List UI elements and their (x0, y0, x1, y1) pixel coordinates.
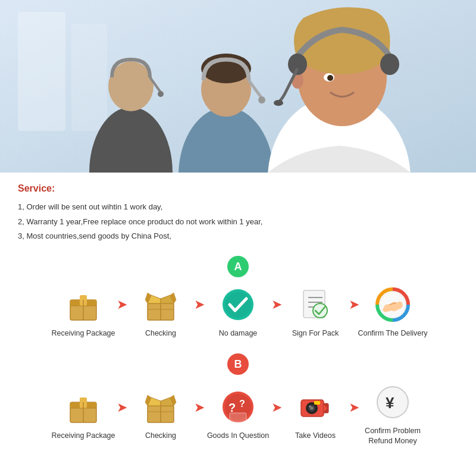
badge-b: B (227, 353, 249, 375)
flow-a-step-5: Confirm The Delivery (357, 284, 428, 338)
svg-rect-1 (18, 12, 65, 131)
svg-point-11 (258, 96, 265, 104)
service-section: Service: 1, Order will be sent out wihti… (0, 173, 476, 250)
svg-point-17 (380, 54, 399, 75)
sign-for-pack-icon (295, 284, 336, 325)
flow-b-section: B Receiving Package ➤ (0, 347, 476, 446)
svg-point-18 (274, 100, 283, 106)
service-item-3: 3, Most countries,send goods by China Po… (18, 229, 458, 244)
flow-b-step-3: ? ? Goods In Question (202, 387, 274, 440)
svg-text:¥: ¥ (386, 394, 394, 412)
svg-point-20 (327, 75, 333, 81)
receiving-package-icon-a (63, 284, 104, 325)
flow-a-label-2: Checking (145, 328, 176, 338)
service-item-1: 1, Order will be sent out wihtin 1 work … (18, 200, 458, 215)
svg-rect-57 (314, 401, 320, 405)
flow-a-step-2: Checking (125, 284, 196, 338)
flow-b-step-1: Receiving Package (48, 387, 119, 440)
checking-icon-b (140, 387, 181, 427)
service-list: 1, Order will be sent out wihtin 1 work … (18, 200, 458, 244)
service-item-2: 2, Warranty 1 year,Free replace once pro… (18, 215, 458, 230)
checking-icon-a (140, 284, 181, 325)
flow-b-label-5: Confirm Problem Refund Money (365, 426, 421, 446)
svg-point-6 (158, 91, 164, 97)
svg-point-56 (309, 406, 311, 408)
svg-point-16 (288, 54, 307, 75)
svg-text:?: ? (228, 401, 236, 414)
flow-b-step-2: Checking (125, 387, 196, 440)
no-damage-icon (218, 284, 258, 325)
svg-rect-2 (71, 24, 107, 131)
flow-b-step-4: Take Videos (280, 387, 351, 440)
flow-b-label-2: Checking (145, 431, 176, 440)
svg-rect-51 (230, 413, 246, 422)
flow-b-step-5: ¥ Confirm Problem Refund Money (357, 382, 428, 446)
svg-text:?: ? (239, 399, 245, 409)
flow-a-step-3: No damage (202, 284, 274, 338)
flow-a-label-3: No damage (219, 328, 258, 338)
flow-a-label-1: Receiving Package (51, 328, 115, 338)
flow-a-section: A Receiving Package ➤ (0, 250, 476, 338)
goods-in-question-icon: ? ? (218, 387, 258, 427)
flow-b-row: Receiving Package ➤ Checking ➤ (6, 382, 470, 446)
flow-a-label-5: Confirm The Delivery (358, 328, 427, 338)
confirm-problem-icon: ¥ (372, 382, 413, 422)
flow-b-label-4: Take Videos (295, 431, 336, 440)
receiving-package-icon-b (63, 387, 104, 427)
flow-a-row: Receiving Package ➤ Checking ➤ (6, 284, 470, 338)
flow-a-step-4: Sign For Pack (280, 284, 351, 338)
take-videos-icon (295, 387, 336, 427)
confirm-delivery-icon (372, 284, 413, 325)
service-title: Service: (18, 183, 458, 194)
flow-a-label-4: Sign For Pack (292, 328, 339, 338)
badge-a: A (227, 256, 249, 277)
svg-point-58 (311, 407, 313, 409)
flow-b-label-1: Receiving Package (51, 431, 115, 440)
flow-b-label-3: Goods In Question (207, 431, 269, 440)
flow-a-step-1: Receiving Package (48, 284, 119, 338)
hero-section (0, 0, 476, 173)
